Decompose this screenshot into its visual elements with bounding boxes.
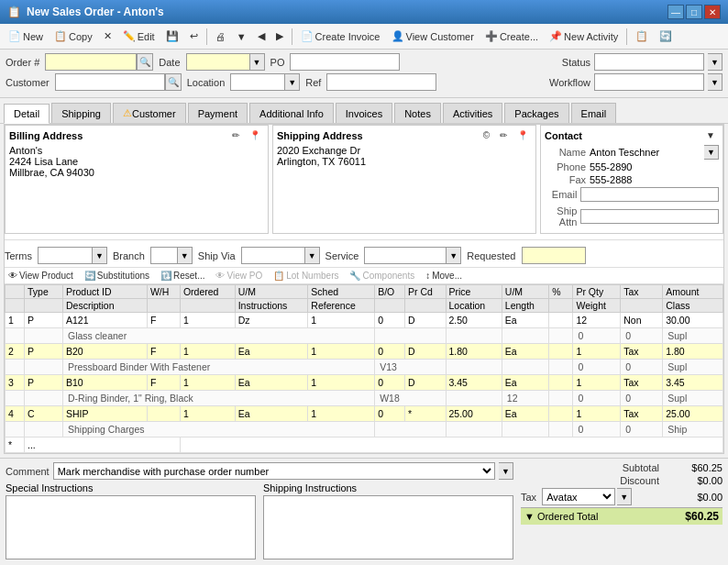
tab-notes[interactable]: Notes bbox=[394, 103, 441, 123]
tab-additional-info[interactable]: Additional Info bbox=[249, 103, 334, 123]
table-row[interactable]: 3 P B10 F 1 Ea 1 0 D 3.45 Ea 1 Tax 3.45 bbox=[6, 375, 723, 391]
location-dropdown-button[interactable]: ▼ bbox=[285, 73, 300, 91]
new-button[interactable]: 📄 New bbox=[4, 28, 48, 44]
status-input[interactable]: Scheduled bbox=[594, 53, 704, 71]
date-dropdown-button[interactable]: ▼ bbox=[250, 53, 265, 71]
tab-packages[interactable]: Packages bbox=[504, 103, 568, 123]
order-search-button[interactable]: 🔍 bbox=[137, 53, 153, 71]
shipping-address-box: Shipping Address © ✏ 📍 2020 Exchange Dr … bbox=[272, 125, 536, 234]
delete-button[interactable]: ✕ bbox=[99, 28, 116, 44]
create-invoice-button[interactable]: 📄 Create Invoice bbox=[296, 28, 385, 44]
requested-input[interactable]: 8/10/2016 bbox=[522, 247, 586, 264]
attach-button[interactable]: 📋 bbox=[631, 28, 653, 44]
table-row[interactable]: 4 C SHIP 1 Ea 1 0 * 25.00 Ea 1 Tax 25.00 bbox=[6, 406, 723, 422]
contact-email-input[interactable] bbox=[580, 187, 719, 202]
date-input[interactable]: 8 / 3 /2016 bbox=[186, 53, 250, 71]
customer-search-button[interactable]: 🔍 bbox=[165, 73, 182, 91]
move-button[interactable]: ↕ Move... bbox=[422, 270, 466, 282]
billing-edit-icon[interactable]: ✏ bbox=[228, 129, 243, 141]
view-product-button[interactable]: 👁 View Product bbox=[5, 270, 77, 282]
minimize-button[interactable]: — bbox=[667, 5, 684, 19]
status-dropdown-button[interactable]: ▼ bbox=[708, 53, 722, 71]
close-button[interactable]: ✕ bbox=[704, 5, 721, 19]
tab-payment[interactable]: Payment bbox=[188, 103, 248, 123]
new-activity-button[interactable]: 📌 New Activity bbox=[545, 28, 623, 44]
print-dropdown[interactable]: ▼ bbox=[232, 29, 251, 44]
contact-name-dropdown[interactable]: ▼ bbox=[704, 145, 719, 160]
undo-icon: ↩ bbox=[190, 30, 198, 42]
separator-3 bbox=[626, 28, 627, 45]
detail-panel: Billing Address ✏ 📍 Anton's 2424 Lisa La… bbox=[4, 124, 724, 454]
col-type: Type bbox=[25, 285, 63, 299]
branch-dropdown[interactable]: ▼ bbox=[178, 247, 193, 264]
customer-input[interactable]: Anton bbox=[55, 73, 165, 91]
line-items-container: Type Product ID W/H Ordered U/M Sched B/… bbox=[5, 284, 723, 453]
ship-via-input[interactable]: Ground bbox=[241, 247, 305, 264]
cell-um: Ea bbox=[235, 375, 308, 391]
tab-customer[interactable]: ⚠ Customer bbox=[113, 103, 186, 123]
service-dropdown[interactable]: ▼ bbox=[447, 247, 461, 264]
comment-select[interactable]: Mark merchandise with purchase order num… bbox=[53, 462, 495, 480]
terms-dropdown[interactable]: ▼ bbox=[93, 247, 107, 264]
create-button[interactable]: ➕ Create... bbox=[480, 28, 543, 44]
reset-button[interactable]: 🔃 Reset... bbox=[157, 270, 208, 282]
ref-input[interactable] bbox=[326, 73, 436, 91]
print-button[interactable]: 🖨 bbox=[211, 29, 230, 44]
tab-activities[interactable]: Activities bbox=[443, 103, 502, 123]
shipping-copy-icon[interactable]: © bbox=[480, 129, 493, 141]
comment-dropdown[interactable]: ▼ bbox=[499, 462, 513, 480]
subh-prcd bbox=[405, 299, 446, 313]
location-input[interactable]: Main bbox=[230, 73, 285, 91]
requested-label: Requested bbox=[467, 250, 515, 261]
shipping-map-icon[interactable]: 📍 bbox=[513, 129, 532, 141]
billing-map-icon[interactable]: 📍 bbox=[246, 129, 264, 141]
cell-price-um: Ea bbox=[502, 344, 548, 360]
lot-numbers-button[interactable]: 📋 Lot Numbers bbox=[270, 270, 342, 282]
table-row[interactable]: 2 P B20 F 1 Ea 1 0 D 1.80 Ea 1 Tax 1.80 bbox=[6, 344, 723, 360]
desc-class: Supl bbox=[663, 360, 723, 375]
workflow-dropdown-button[interactable]: ▼ bbox=[708, 73, 722, 91]
shipping-instructions-textarea[interactable] bbox=[263, 495, 513, 559]
tab-email[interactable]: Email bbox=[571, 103, 617, 123]
desc-weight: 0 bbox=[573, 328, 621, 344]
shipping-edit-icon[interactable]: ✏ bbox=[496, 129, 511, 141]
tab-invoices[interactable]: Invoices bbox=[336, 103, 392, 123]
cell-sched: 1 bbox=[308, 313, 375, 328]
desc-ref: W18 bbox=[375, 391, 446, 406]
special-instructions-textarea[interactable] bbox=[6, 495, 256, 559]
table-row[interactable]: 1 P A121 F 1 Dz 1 0 D 2.50 Ea 12 Non 30.… bbox=[6, 313, 723, 328]
prev-button[interactable]: ◀ bbox=[253, 28, 270, 44]
tax-select[interactable]: Avatax bbox=[542, 488, 615, 505]
tax-dropdown[interactable]: ▼ bbox=[617, 488, 632, 505]
workflow-input[interactable] bbox=[594, 73, 704, 91]
service-input[interactable]: UPS Ground bbox=[364, 247, 447, 264]
cell-wh: F bbox=[147, 313, 180, 328]
view-po-button[interactable]: 👁 View PO bbox=[212, 270, 266, 282]
po-input[interactable] bbox=[290, 53, 400, 71]
branch-input[interactable]: F bbox=[150, 247, 178, 264]
refresh-button[interactable]: 🔄 bbox=[655, 28, 677, 44]
tab-detail[interactable]: Detail bbox=[4, 104, 50, 124]
edit-button[interactable]: ✏️ Edit bbox=[118, 28, 160, 44]
ship-via-dropdown[interactable]: ▼ bbox=[305, 247, 320, 264]
ordered-total-value: $60.25 bbox=[685, 510, 719, 523]
undo-button[interactable]: ↩ bbox=[185, 28, 203, 44]
save-button[interactable]: 💾 bbox=[161, 28, 183, 44]
ship-attn-input[interactable] bbox=[580, 209, 719, 224]
order-input[interactable] bbox=[45, 53, 137, 71]
ordered-chevron-icon: ▼ bbox=[524, 511, 535, 522]
new-item-row[interactable]: * ... bbox=[6, 438, 723, 453]
next-button[interactable]: ▶ bbox=[271, 28, 288, 44]
components-button[interactable]: 🔧 Components bbox=[346, 270, 418, 282]
desc-empty bbox=[6, 422, 25, 438]
view-customer-button[interactable]: 👤 View Customer bbox=[387, 28, 479, 44]
substitutions-button[interactable]: 🔄 Substitutions bbox=[81, 270, 153, 282]
terms-input[interactable]: Net 30 bbox=[38, 247, 93, 264]
description-row: D-Ring Binder, 1" Ring, Black W18 12 0 0… bbox=[6, 391, 723, 406]
desc-ref: V13 bbox=[375, 360, 446, 375]
maximize-button[interactable]: □ bbox=[686, 5, 702, 19]
tab-shipping[interactable]: Shipping bbox=[51, 103, 111, 123]
copy-button[interactable]: 📋 Copy bbox=[50, 28, 97, 44]
contact-dropdown-icon[interactable]: ▼ bbox=[702, 129, 719, 141]
cell-num: 3 bbox=[6, 375, 25, 391]
